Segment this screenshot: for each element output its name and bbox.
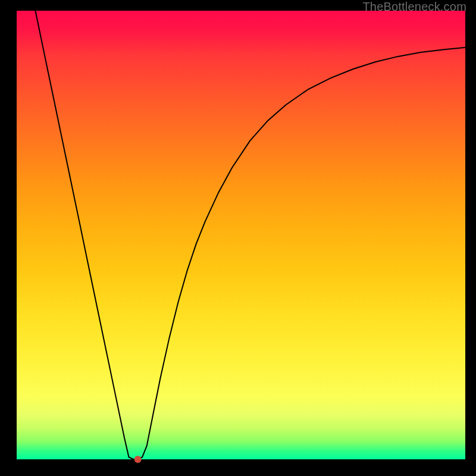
bottom-border xyxy=(0,459,476,476)
right-border xyxy=(465,0,476,476)
bottleneck-curve xyxy=(17,0,465,459)
left-border xyxy=(0,0,17,476)
optimal-point-marker xyxy=(134,456,142,463)
bottleneck-curve-chart xyxy=(17,11,465,459)
